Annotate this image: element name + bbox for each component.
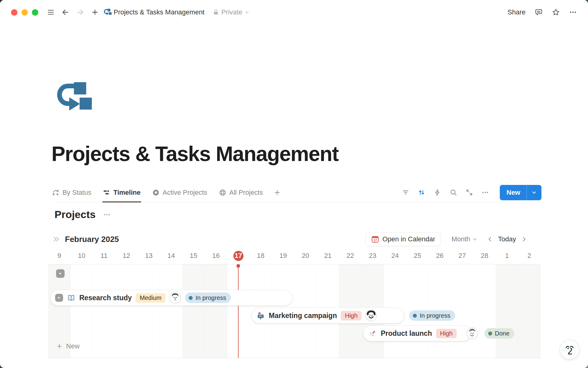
project-bar-product-launch[interactable]: Product launchHigh	[363, 325, 471, 341]
view-toolbar: New	[402, 185, 541, 200]
grid-day-column	[183, 264, 205, 358]
svg-text:17: 17	[373, 239, 377, 242]
tab-timeline[interactable]: Timeline	[103, 183, 141, 202]
sort-icon[interactable]	[418, 189, 425, 196]
assignee-avatar	[169, 292, 181, 304]
star-icon[interactable]	[552, 8, 560, 16]
prev-month-button[interactable]	[486, 236, 494, 243]
status-badge: In progress	[409, 310, 455, 321]
lightning-icon[interactable]	[434, 189, 441, 196]
tab-label: By Status	[62, 189, 91, 197]
chevron-down-icon	[472, 236, 478, 242]
timeline-month-label[interactable]: February 2025	[65, 235, 119, 244]
search-icon[interactable]	[450, 189, 457, 196]
new-button-label[interactable]: New	[500, 185, 526, 200]
date-label: 23	[361, 249, 384, 263]
assignee-avatar	[466, 328, 478, 339]
tab-label: Timeline	[113, 189, 141, 197]
add-project-button[interactable]: New	[56, 342, 80, 350]
chevron-down-icon	[531, 190, 537, 196]
grid-day-column	[115, 264, 138, 358]
grid-day-column	[160, 264, 182, 358]
minimize-window-button[interactable]	[21, 9, 28, 16]
section-more-icon[interactable]	[103, 211, 111, 219]
next-month-button[interactable]	[520, 236, 528, 243]
plus-icon	[56, 343, 63, 350]
ai-assistant-button[interactable]	[560, 340, 579, 359]
assignee-avatar	[365, 310, 377, 321]
status-badge: Done	[484, 328, 514, 339]
tab-active-projects[interactable]: Active Projects	[152, 183, 207, 202]
date-label: 2	[518, 249, 541, 263]
date-label: 15	[183, 249, 205, 263]
view-tabs: By StatusTimelineActive ProjectsAll Proj…	[52, 183, 263, 202]
zoom-window-button[interactable]	[32, 9, 38, 16]
collapse-row-button[interactable]	[55, 294, 63, 302]
grid-day-column	[138, 264, 160, 358]
section-head: Projects	[55, 209, 111, 220]
comment-icon[interactable]	[535, 8, 543, 16]
privacy-dropdown[interactable]: Private	[213, 8, 250, 16]
timeline-header: February 2025 17 Open in Calendar Month …	[52, 232, 528, 247]
expand-icon[interactable]	[466, 189, 473, 196]
page-logo-icon	[104, 8, 112, 16]
grid-day-column	[518, 264, 541, 358]
range-select[interactable]: Month	[451, 235, 478, 243]
breadcrumb-doc-title[interactable]: Projects & Tasks Management	[114, 8, 205, 16]
grid-day-column	[496, 264, 518, 358]
privacy-label: Private	[221, 8, 242, 16]
open-in-calendar-label: Open in Calendar	[383, 235, 435, 243]
date-label: 19	[272, 249, 294, 263]
section-title: Projects	[55, 209, 96, 220]
priority-badge: High	[436, 329, 457, 338]
today-marker-line	[238, 264, 239, 358]
chevron-right-icon	[520, 236, 528, 243]
star-circle-icon	[152, 189, 160, 196]
grid-day-column	[205, 264, 227, 358]
status-badge: In progress	[185, 293, 231, 303]
forward-icon[interactable]	[76, 8, 84, 16]
window-controls	[11, 9, 38, 16]
hamburger-icon[interactable]	[47, 8, 55, 16]
back-icon[interactable]	[62, 8, 70, 16]
project-title: Research study	[79, 294, 132, 302]
project-bar-marketing-campaign[interactable]: Marketing campaignHigh	[251, 308, 405, 324]
share-button[interactable]: Share	[507, 8, 526, 16]
new-button[interactable]: New	[500, 185, 541, 200]
project-title: Marketing campaign	[269, 312, 337, 320]
close-window-button[interactable]	[11, 9, 17, 16]
today-button[interactable]: Today	[498, 235, 516, 243]
priority-badge: Medium	[136, 293, 165, 303]
new-button-chevron[interactable]	[527, 185, 541, 200]
date-label: 24	[384, 249, 406, 263]
view-tabs-bar: By StatusTimelineActive ProjectsAll Proj…	[52, 183, 541, 202]
priority-badge: High	[341, 311, 361, 320]
chevron-down-icon	[244, 10, 250, 15]
page-logo-icon[interactable]	[57, 82, 93, 115]
date-label: 11	[93, 249, 115, 263]
date-label: 25	[406, 249, 428, 263]
date-label: 26	[429, 249, 451, 263]
ai-face-icon	[564, 344, 575, 355]
globe-icon	[219, 189, 226, 196]
project-bar-research-study[interactable]: Research studyMediumIn progress	[50, 290, 292, 306]
date-label: 28	[473, 249, 496, 263]
tab-label: All Projects	[229, 189, 263, 197]
add-view-button[interactable]	[273, 183, 281, 202]
calendar-icon: 17	[371, 235, 379, 243]
tab-by-status[interactable]: By Status	[52, 183, 91, 202]
open-in-calendar-button[interactable]: 17 Open in Calendar	[365, 232, 441, 246]
new-tab-plus-icon[interactable]	[91, 8, 99, 16]
more-icon[interactable]	[481, 189, 489, 196]
double-chevron-icon[interactable]	[52, 235, 60, 243]
date-label-today: 17	[227, 249, 250, 263]
tab-all-projects[interactable]: All Projects	[219, 183, 263, 202]
status-icon	[52, 189, 59, 196]
filter-icon[interactable]	[402, 189, 409, 196]
tab-label: Active Projects	[163, 189, 207, 197]
more-icon[interactable]	[569, 8, 577, 16]
collapse-sidebar-button[interactable]	[56, 269, 65, 278]
date-label: 13	[138, 249, 160, 263]
add-project-label: New	[66, 342, 80, 350]
top-bar: Projects & Tasks Management Private Shar…	[0, 0, 588, 25]
